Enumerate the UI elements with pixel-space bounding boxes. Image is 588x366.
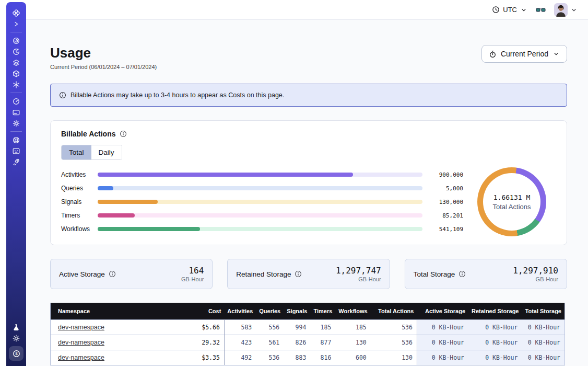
page-title: Usage <box>50 45 157 61</box>
glasses-icon[interactable] <box>536 6 546 14</box>
storage-card: Active Storage 164 GB-Hour <box>50 259 213 289</box>
layers-icon[interactable] <box>9 57 23 68</box>
asterisk-icon[interactable] <box>9 79 23 90</box>
bar-row: Signals 130,000 <box>61 195 463 209</box>
timezone-label: UTC <box>503 6 517 14</box>
total-actions-cell: 130 <box>371 350 417 365</box>
cost-cell: $5.66 <box>178 319 224 335</box>
support-ring-icon[interactable] <box>9 134 23 145</box>
settings-gear-icon[interactable] <box>9 118 23 129</box>
bar-value: 5,000 <box>431 185 463 192</box>
donut-chart: 1.66131 M Total Actions <box>467 167 556 236</box>
bar-track <box>98 213 422 218</box>
temporal-logo-icon[interactable] <box>9 7 23 18</box>
clock-icon <box>492 6 500 14</box>
bar-row: Activities 900,000 <box>61 168 463 181</box>
storage-card-value-block: 164 GB-Hour <box>181 266 204 282</box>
chevron-down-icon <box>520 6 527 14</box>
bar-value: 130,000 <box>431 199 463 205</box>
bar-row: Workflows 541,109 <box>61 222 463 236</box>
topbar: UTC <box>26 0 588 20</box>
theme-sun-icon[interactable] <box>9 333 23 344</box>
total-actions-cell: 536 <box>371 319 417 335</box>
donut-center: 1.66131 M Total Actions <box>483 173 540 231</box>
rocket-icon[interactable] <box>9 156 23 167</box>
chevron-down-icon <box>552 50 560 58</box>
app-window: $ UTC Usage Current Perio <box>0 0 588 366</box>
table-header-row: Namespace Cost Activities Queries Signal… <box>51 303 565 319</box>
namespace-link[interactable]: dev-namespace <box>58 324 104 331</box>
storage-card-label: Retained Storage <box>236 270 302 278</box>
bar-fill <box>98 173 353 177</box>
timers-cell: 877 <box>310 335 335 350</box>
storage-card-value-block: 1,297,747 GB-Hour <box>336 266 381 282</box>
namespace-cell: dev-namespace <box>51 350 179 365</box>
namespace-link[interactable]: dev-namespace <box>58 354 104 361</box>
billable-actions-card: Billable Actions Total Daily Activities <box>50 120 567 245</box>
storage-card-unit: GB-Hour <box>336 276 381 282</box>
lab-flask-icon[interactable] <box>9 322 23 333</box>
bar-fill <box>98 186 113 190</box>
period-dropdown-button[interactable]: Current Period <box>481 45 567 63</box>
total-actions-cell: 536 <box>371 335 417 350</box>
billing-card-icon[interactable] <box>9 107 23 118</box>
info-icon[interactable] <box>120 130 127 138</box>
col-workflows: Workflows <box>335 303 370 319</box>
namespace-usage-table: Namespace Cost Activities Queries Signal… <box>50 303 565 365</box>
col-active-storage: Active Storage <box>417 303 468 319</box>
tab-total[interactable]: Total <box>62 145 91 159</box>
storage-card-value-block: 1,297,910 GB-Hour <box>513 266 558 282</box>
workflows-cell: 130 <box>335 335 370 350</box>
page-subtitle: Current Period (06/01/2024 – 07/01/2024) <box>50 64 157 70</box>
bar-track <box>98 186 422 190</box>
info-icon[interactable] <box>109 270 116 278</box>
namespace-link[interactable]: dev-namespace <box>58 339 104 346</box>
timezone-selector[interactable]: UTC <box>492 6 527 14</box>
timers-cell: 185 <box>310 319 335 335</box>
eye-icon[interactable] <box>9 35 23 46</box>
title-row: Usage Current Period (06/01/2024 – 07/01… <box>50 45 567 70</box>
signals-cell: 994 <box>284 319 310 335</box>
col-activities: Activities <box>224 303 256 319</box>
signals-cell: 883 <box>284 350 310 365</box>
activities-cell: 492 <box>224 350 256 365</box>
active-storage-cell: 0 KB-Hour <box>417 350 468 365</box>
retry-clock-icon[interactable] <box>9 46 23 57</box>
bar-track <box>98 200 422 204</box>
info-banner: Billable Actions may take up to 3-4 hour… <box>50 84 567 107</box>
retained-storage-cell: 0 KB-Hour <box>468 335 522 350</box>
storage-card-value: 164 <box>181 266 204 276</box>
period-button-label: Current Period <box>501 50 548 58</box>
gauge-icon[interactable] <box>9 96 23 107</box>
info-icon[interactable] <box>458 270 466 278</box>
namespace-cell: dev-namespace <box>51 335 179 350</box>
bar-fill <box>98 200 158 204</box>
storage-card-label: Active Storage <box>59 270 116 278</box>
col-cost: Cost <box>178 303 224 319</box>
info-icon[interactable] <box>295 270 302 278</box>
billable-bars: Activities 900,000 Queries <box>61 168 463 236</box>
activities-cell: 423 <box>224 335 256 350</box>
donut-ring: 1.66131 M Total Actions <box>477 167 546 236</box>
active-storage-cell: 0 KB-Hour <box>417 319 468 335</box>
total-actions-label: Total Actions <box>493 203 531 211</box>
bar-row: Timers 85,201 <box>61 209 463 222</box>
col-namespace: Namespace <box>51 303 179 319</box>
bar-fill <box>98 213 135 218</box>
col-total-actions: Total Actions <box>371 303 417 319</box>
queries-cell: 536 <box>256 350 284 365</box>
bar-value: 85,201 <box>431 212 463 219</box>
tab-daily[interactable]: Daily <box>91 145 122 159</box>
main-content: Usage Current Period (06/01/2024 – 07/01… <box>26 20 588 366</box>
terminal-face-icon[interactable] <box>9 145 23 156</box>
retained-storage-cell: 0 KB-Hour <box>468 319 522 335</box>
account-menu[interactable] <box>554 3 578 17</box>
billable-actions-title: Billable Actions <box>61 129 556 139</box>
cube-icon[interactable] <box>9 68 23 79</box>
usage-coin-icon[interactable]: $ <box>9 346 23 361</box>
banner-text: Billable Actions may take up to 3-4 hour… <box>70 92 284 99</box>
storage-card-unit: GB-Hour <box>513 276 558 282</box>
collapse-chevron-icon[interactable] <box>9 18 23 29</box>
info-icon <box>59 92 66 99</box>
billable-chart: Activities 900,000 Queries <box>61 167 556 236</box>
